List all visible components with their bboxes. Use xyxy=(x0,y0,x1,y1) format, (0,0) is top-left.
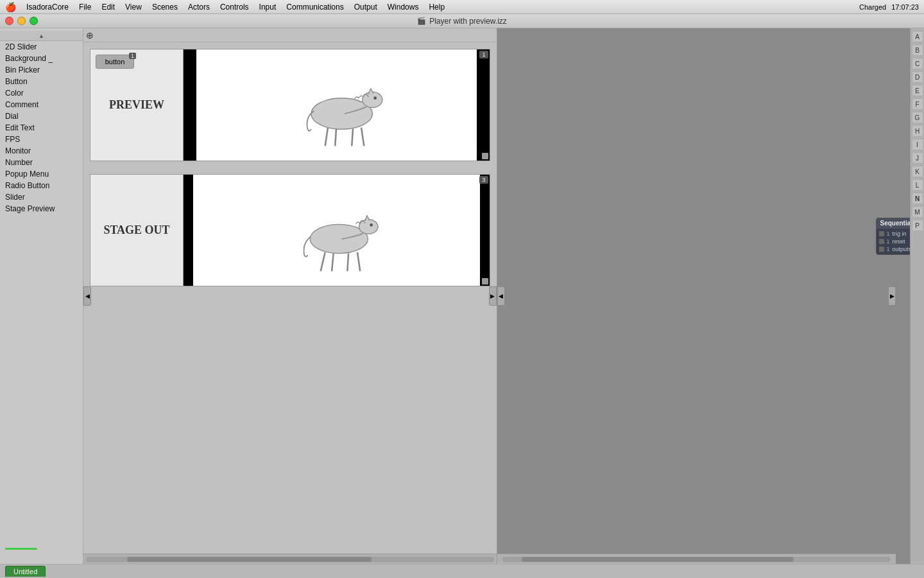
resize-handle-1[interactable] xyxy=(482,153,488,159)
bottom-bar: Untitled OSC MIDI SERIAL TCP/IP Loaded M… xyxy=(0,564,924,578)
sidebar-item-radiobutton[interactable]: Radio Button xyxy=(0,180,83,191)
scenes-panel: ⊕ button 1 PREVIEW xyxy=(83,28,497,564)
svg-line-2 xyxy=(325,127,328,146)
node-right-arrow[interactable]: ▶ xyxy=(888,286,896,306)
menubar-right: Charged 17:07:23 xyxy=(859,3,919,11)
svg-line-4 xyxy=(352,128,354,146)
menu-scenes[interactable]: Scenes xyxy=(152,3,178,12)
svg-line-3 xyxy=(336,128,337,146)
sidebar-scroll-top[interactable]: ▲ xyxy=(0,31,83,41)
seq-outputs-port[interactable] xyxy=(879,247,884,252)
seq-trig-in-row: 1 trig in trig 1 xyxy=(877,230,911,238)
resize-handle-2[interactable] xyxy=(482,278,488,285)
icon-6[interactable]: F xyxy=(912,98,923,110)
icon-3[interactable]: C xyxy=(912,58,923,69)
widget-badge-1: 1 xyxy=(129,53,136,59)
scene-1-badge: 1 xyxy=(479,51,488,58)
close-button[interactable] xyxy=(5,17,13,25)
sidebar-item-binpicker[interactable]: Bin Picker xyxy=(0,64,83,76)
icon-2[interactable]: B xyxy=(912,44,923,56)
icon-11[interactable]: K xyxy=(912,166,923,177)
svg-line-5 xyxy=(361,127,364,146)
node-hscrollbar[interactable] xyxy=(497,554,896,564)
horse-preview-1 xyxy=(196,49,477,161)
scene-tab-row: Untitled xyxy=(0,565,924,578)
menu-controls[interactable]: Controls xyxy=(220,3,249,12)
sidebar-item-stagepreview[interactable]: Stage Preview xyxy=(0,203,83,215)
window-title: Player with preview.izz xyxy=(429,17,507,26)
scene-tab-label: Untitled xyxy=(13,568,37,575)
scene-1-video xyxy=(184,49,490,161)
scene-stageout-panel: STAGE OUT xyxy=(90,174,490,286)
seq-reset-port[interactable] xyxy=(879,239,884,244)
sidebar-item-monitor[interactable]: Monitor xyxy=(0,145,83,157)
toolbar-add-scene[interactable]: ⊕ xyxy=(86,30,94,40)
sidebar-item-slider[interactable]: Slider xyxy=(0,191,83,203)
sidebar-item-background[interactable]: Background _ xyxy=(0,53,83,64)
icon-1[interactable]: A xyxy=(912,31,923,42)
scenes-container: button 1 PREVIEW xyxy=(83,42,497,554)
sidebar-item-comment[interactable]: Comment xyxy=(0,99,83,110)
node-canvas: Sequential Trigger 1 trig in trig 1 1 xyxy=(497,28,911,564)
maximize-button[interactable] xyxy=(30,17,38,25)
button-widget[interactable]: button 1 xyxy=(90,49,139,74)
window-controls xyxy=(5,17,38,25)
icon-9[interactable]: I xyxy=(912,139,923,150)
menu-output[interactable]: Output xyxy=(354,3,377,12)
seq-trig-in-port[interactable] xyxy=(879,231,884,236)
icon-7[interactable]: G xyxy=(912,112,923,123)
scene-tab-untitled[interactable]: Untitled xyxy=(5,566,46,577)
menu-view[interactable]: View xyxy=(125,3,142,12)
sidebar-item-color[interactable]: Color xyxy=(0,87,83,99)
horse-preview-2 xyxy=(193,175,480,286)
sidebar-item-button[interactable]: Button xyxy=(0,76,83,87)
svg-point-6 xyxy=(374,97,376,99)
seq-reset-row: 1 reset xyxy=(877,238,911,245)
scene-2-badge: 3 xyxy=(479,176,488,184)
icon-12[interactable]: L xyxy=(912,179,923,191)
menu-windows[interactable]: Windows xyxy=(388,3,419,12)
scene-2-label: STAGE OUT xyxy=(90,175,184,286)
icon-m[interactable]: M xyxy=(912,206,923,218)
sidebar-item-2dslider[interactable]: 2D Slider xyxy=(0,41,83,53)
menu-communications[interactable]: Communications xyxy=(286,3,343,12)
svg-point-13 xyxy=(370,223,372,225)
node-editor-panel: ◀ ▶ Sequential Trigger xyxy=(497,28,911,564)
minimize-button[interactable] xyxy=(17,17,26,25)
menu-input[interactable]: Input xyxy=(259,3,277,12)
menu-edit[interactable]: Edit xyxy=(101,3,115,12)
connection-lines xyxy=(497,28,911,564)
scene-tab-indicator xyxy=(5,548,37,550)
svg-line-12 xyxy=(357,252,360,270)
menu-isadora[interactable]: IsadoraCore xyxy=(26,3,69,12)
sequential-trigger-node[interactable]: Sequential Trigger 1 trig in trig 1 1 xyxy=(876,218,911,255)
battery-status: Charged xyxy=(859,3,886,11)
icon-8[interactable]: H xyxy=(912,125,923,137)
sidebar-item-edittext[interactable]: Edit Text xyxy=(0,122,83,134)
center-hscrollbar[interactable] xyxy=(83,554,497,564)
scene-toolbar: ⊕ xyxy=(83,28,497,42)
sidebar-item-dial[interactable]: Dial xyxy=(0,110,83,122)
titlebar: 🎬 Player with preview.izz xyxy=(0,14,924,28)
icon-4[interactable]: D xyxy=(912,71,923,83)
center-right-arrow[interactable]: ▶ xyxy=(489,286,497,306)
button-widget-label: button xyxy=(105,58,125,66)
icon-10[interactable]: J xyxy=(912,152,923,164)
menu-help[interactable]: Help xyxy=(429,3,445,12)
sidebar-item-fps[interactable]: FPS xyxy=(0,134,83,145)
right-icon-bar: A B C D E F G H I J K L N M P xyxy=(910,28,924,564)
seq-outputs-row: 1 outputs xyxy=(877,245,911,253)
icon-p[interactable]: P xyxy=(912,220,923,231)
center-left-arrow[interactable]: ◀ xyxy=(83,286,91,306)
icon-5[interactable]: E xyxy=(912,85,923,96)
sidebar-item-number[interactable]: Number xyxy=(0,157,83,168)
sidebar-item-popupmenu[interactable]: Popup Menu xyxy=(0,168,83,180)
menu-actors[interactable]: Actors xyxy=(188,3,210,12)
scene-preview-panel: button 1 PREVIEW xyxy=(90,49,490,161)
menu-file[interactable]: File xyxy=(79,3,91,12)
svg-line-10 xyxy=(332,253,334,271)
clock: 17:07:23 xyxy=(891,3,919,11)
apple-menu[interactable]: 🍎 xyxy=(5,2,16,12)
node-left-arrow[interactable]: ◀ xyxy=(497,286,505,306)
icon-n[interactable]: N xyxy=(912,193,923,204)
